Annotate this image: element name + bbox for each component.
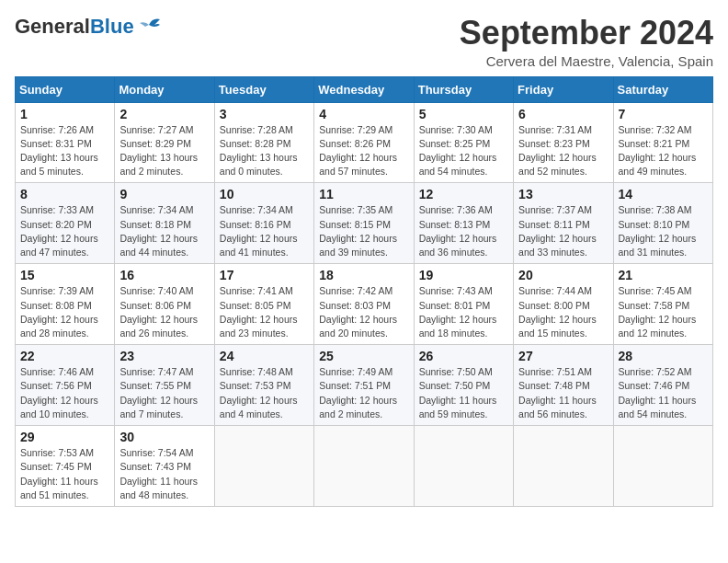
calendar-cell: 24 Sunrise: 7:48 AM Sunset: 7:53 PM Dayl… [214,345,313,426]
day-info: Sunrise: 7:32 AM Sunset: 8:21 PM Dayligh… [619,123,708,179]
day-info: Sunrise: 7:37 AM Sunset: 8:11 PM Dayligh… [518,203,608,259]
sunrise-text: Sunrise: 7:53 AM [20,447,94,458]
sunset-text: Sunset: 8:05 PM [220,300,291,311]
month-title: September 2024 [460,15,713,52]
calendar-cell: 1 Sunrise: 7:26 AM Sunset: 8:31 PM Dayli… [16,102,115,183]
daylight-text: Daylight: 12 hours and 31 minutes. [619,233,697,258]
calendar-cell [613,426,712,507]
day-number: 9 [119,187,209,201]
location-subtitle: Cervera del Maestre, Valencia, Spain [460,53,713,69]
daylight-text: Daylight: 13 hours and 5 minutes. [20,152,98,177]
sunset-text: Sunset: 7:43 PM [119,461,191,472]
sunset-text: Sunset: 7:56 PM [20,380,92,391]
day-number: 17 [220,268,309,282]
day-number: 12 [419,187,508,201]
day-number: 1 [20,107,109,121]
sunset-text: Sunset: 7:48 PM [518,380,590,391]
day-info: Sunrise: 7:33 AM Sunset: 8:20 PM Dayligh… [20,203,109,259]
calendar-cell: 5 Sunrise: 7:30 AM Sunset: 8:25 PM Dayli… [414,102,513,183]
sunrise-text: Sunrise: 7:29 AM [319,124,392,135]
day-number: 3 [220,107,309,121]
day-info: Sunrise: 7:44 AM Sunset: 8:00 PM Dayligh… [518,284,608,340]
sunset-text: Sunset: 8:15 PM [319,219,391,230]
daylight-text: Daylight: 12 hours and 41 minutes. [220,233,298,258]
day-info: Sunrise: 7:51 AM Sunset: 7:48 PM Dayligh… [518,365,608,421]
calendar-cell: 3 Sunrise: 7:28 AM Sunset: 8:28 PM Dayli… [214,102,313,183]
sunset-text: Sunset: 8:03 PM [319,300,391,311]
day-info: Sunrise: 7:29 AM Sunset: 8:26 PM Dayligh… [319,123,408,179]
calendar-cell: 26 Sunrise: 7:50 AM Sunset: 7:50 PM Dayl… [414,345,513,426]
calendar-cell: 21 Sunrise: 7:45 AM Sunset: 7:58 PM Dayl… [613,264,712,345]
daylight-text: Daylight: 12 hours and 49 minutes. [619,152,697,177]
calendar-cell: 18 Sunrise: 7:42 AM Sunset: 8:03 PM Dayl… [314,264,414,345]
weekday-header-sunday: Sunday [16,76,115,102]
day-info: Sunrise: 7:54 AM Sunset: 7:43 PM Dayligh… [119,446,209,502]
weekday-header-saturday: Saturday [613,76,712,102]
day-number: 22 [20,349,109,363]
day-number: 24 [220,349,309,363]
sunset-text: Sunset: 8:06 PM [119,300,191,311]
sunrise-text: Sunrise: 7:37 AM [518,204,592,215]
calendar-cell: 2 Sunrise: 7:27 AM Sunset: 8:29 PM Dayli… [115,102,214,183]
calendar-cell: 9 Sunrise: 7:34 AM Sunset: 8:18 PM Dayli… [115,183,214,264]
day-number: 30 [119,430,209,444]
day-info: Sunrise: 7:43 AM Sunset: 8:01 PM Dayligh… [419,284,508,340]
daylight-text: Daylight: 11 hours and 54 minutes. [619,395,697,419]
sunrise-text: Sunrise: 7:41 AM [220,285,293,296]
day-number: 4 [319,107,408,121]
daylight-text: Daylight: 12 hours and 33 minutes. [518,233,597,258]
day-info: Sunrise: 7:53 AM Sunset: 7:45 PM Dayligh… [20,446,109,502]
sunrise-text: Sunrise: 7:34 AM [220,204,293,215]
sunrise-text: Sunrise: 7:43 AM [419,285,493,296]
calendar-cell: 15 Sunrise: 7:39 AM Sunset: 8:08 PM Dayl… [16,264,115,345]
sunset-text: Sunset: 7:55 PM [119,380,191,391]
day-info: Sunrise: 7:48 AM Sunset: 7:53 PM Dayligh… [220,365,309,421]
day-info: Sunrise: 7:38 AM Sunset: 8:10 PM Dayligh… [619,203,708,259]
day-info: Sunrise: 7:46 AM Sunset: 7:56 PM Dayligh… [20,365,109,421]
sunset-text: Sunset: 8:31 PM [20,138,92,149]
sunrise-text: Sunrise: 7:31 AM [518,124,592,135]
day-info: Sunrise: 7:41 AM Sunset: 8:05 PM Dayligh… [220,284,309,340]
day-number: 15 [20,268,109,282]
calendar-cell: 28 Sunrise: 7:52 AM Sunset: 7:46 PM Dayl… [613,345,712,426]
calendar-cell: 12 Sunrise: 7:36 AM Sunset: 8:13 PM Dayl… [414,183,513,264]
day-number: 20 [518,268,608,282]
daylight-text: Daylight: 12 hours and 47 minutes. [20,233,98,258]
day-info: Sunrise: 7:34 AM Sunset: 8:18 PM Dayligh… [119,203,209,259]
daylight-text: Daylight: 12 hours and 39 minutes. [319,233,397,258]
daylight-text: Daylight: 12 hours and 54 minutes. [419,152,497,177]
calendar-cell: 4 Sunrise: 7:29 AM Sunset: 8:26 PM Dayli… [314,102,414,183]
calendar-cell: 6 Sunrise: 7:31 AM Sunset: 8:23 PM Dayli… [514,102,613,183]
logo-general-text: General [15,15,90,39]
calendar-title-area: September 2024 Cervera del Maestre, Vale… [460,15,713,69]
sunrise-text: Sunrise: 7:40 AM [119,285,193,296]
day-info: Sunrise: 7:52 AM Sunset: 7:46 PM Dayligh… [619,365,708,421]
day-number: 21 [619,268,708,282]
sunrise-text: Sunrise: 7:46 AM [20,366,94,377]
daylight-text: Daylight: 12 hours and 7 minutes. [119,395,198,419]
day-number: 5 [419,107,508,121]
daylight-text: Daylight: 12 hours and 20 minutes. [319,314,397,339]
calendar-week-row: 29 Sunrise: 7:53 AM Sunset: 7:45 PM Dayl… [16,426,713,507]
calendar-cell: 7 Sunrise: 7:32 AM Sunset: 8:21 PM Dayli… [613,102,712,183]
day-number: 7 [619,107,708,121]
sunrise-text: Sunrise: 7:27 AM [119,124,193,135]
day-number: 26 [419,349,508,363]
day-number: 2 [119,107,209,121]
daylight-text: Daylight: 12 hours and 28 minutes. [20,314,98,339]
daylight-text: Daylight: 12 hours and 4 minutes. [220,395,298,419]
day-info: Sunrise: 7:26 AM Sunset: 8:31 PM Dayligh… [20,123,109,179]
calendar-week-row: 8 Sunrise: 7:33 AM Sunset: 8:20 PM Dayli… [16,183,713,264]
sunrise-text: Sunrise: 7:54 AM [119,447,193,458]
sunset-text: Sunset: 8:16 PM [220,219,291,230]
sunset-text: Sunset: 7:58 PM [619,300,690,311]
sunrise-text: Sunrise: 7:32 AM [619,124,692,135]
calendar-cell: 17 Sunrise: 7:41 AM Sunset: 8:05 PM Dayl… [214,264,313,345]
daylight-text: Daylight: 13 hours and 2 minutes. [119,152,198,177]
sunset-text: Sunset: 8:13 PM [419,219,491,230]
sunrise-text: Sunrise: 7:42 AM [319,285,392,296]
daylight-text: Daylight: 12 hours and 10 minutes. [20,395,98,419]
calendar-cell: 16 Sunrise: 7:40 AM Sunset: 8:06 PM Dayl… [115,264,214,345]
day-number: 23 [119,349,209,363]
daylight-text: Daylight: 12 hours and 18 minutes. [419,314,497,339]
